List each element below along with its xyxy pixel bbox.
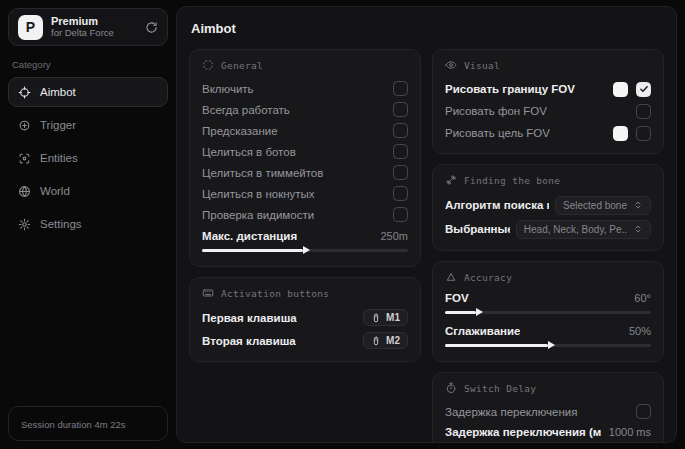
triangle-gauge-icon — [445, 271, 457, 285]
eye-icon — [445, 59, 457, 73]
setting-row-enable: Включить — [202, 78, 408, 99]
color-swatch[interactable] — [613, 82, 628, 97]
app-window: P Premium for Delta Force Category Aimbo… — [0, 0, 685, 449]
slider-value: 50% — [629, 325, 651, 337]
checkbox-target-bots[interactable] — [393, 144, 408, 159]
sidebar-item-settings[interactable]: Settings — [8, 209, 168, 239]
visual-controls — [613, 82, 651, 97]
checkbox-enable[interactable] — [393, 81, 408, 96]
scan-entities-icon — [18, 152, 31, 165]
switch-delay-labels: Задержка переключения (мс) 1000 ms — [445, 424, 651, 439]
panel-general-header: General — [202, 58, 408, 73]
bone-algorithm-select[interactable]: Selected bone — [555, 196, 651, 215]
checkbox-fov-background[interactable] — [636, 104, 651, 119]
setting-label: Целиться в тиммейтов — [202, 167, 323, 179]
app-logo: P — [18, 15, 43, 40]
fov-slider[interactable] — [445, 308, 651, 317]
slider-value: 60° — [634, 292, 651, 304]
setting-label: Предсказание — [202, 125, 278, 137]
setting-label: Задержка переключения — [445, 406, 577, 418]
sidebar-item-label: World — [40, 185, 70, 197]
setting-row-visibility-check: Проверка видимости — [202, 204, 408, 225]
keybind-secondary-button[interactable]: M2 — [363, 332, 408, 349]
panel-accuracy: Accuracy FOV 60° — [432, 261, 664, 362]
right-column: Visual Рисовать границу FOV Рисовать фон… — [432, 49, 664, 432]
smoothing-slider-group: Сглаживание 50% — [445, 323, 651, 350]
checkbox-fov-border[interactable] — [636, 82, 651, 97]
setting-row-prediction: Предсказание — [202, 120, 408, 141]
slider-value: 1000 ms — [609, 426, 651, 438]
sidebar: P Premium for Delta Force Category Aimbo… — [0, 0, 176, 449]
checkbox-always-work[interactable] — [393, 102, 408, 117]
slider-thumb[interactable] — [476, 308, 483, 316]
brand-card: P Premium for Delta Force — [8, 8, 168, 46]
sidebar-item-aimbot[interactable]: Aimbot — [8, 77, 168, 107]
panel-activation-header: Activation buttons — [202, 286, 408, 301]
checkbox-visibility-check[interactable] — [393, 207, 408, 222]
slider-label: Макс. дистанция — [202, 230, 297, 242]
smoothing-slider[interactable] — [445, 341, 651, 350]
setting-label: Алгоритм поиска кост — [445, 199, 549, 211]
keybind-value: M1 — [386, 312, 400, 323]
keybind-value: M2 — [386, 335, 400, 346]
logo-letter: P — [26, 19, 35, 35]
color-swatch[interactable] — [613, 126, 628, 141]
panel-bone-header: Finding the bone — [445, 173, 651, 188]
unfold-icon — [633, 224, 643, 234]
refresh-icon[interactable] — [145, 21, 158, 34]
panel-visual-header: Visual — [445, 58, 651, 73]
bone-row-selected: Выбранные кос Head, Neck, Body, Pe.. — [445, 217, 651, 241]
setting-label: Всегда работать — [202, 104, 290, 116]
mouse-icon — [371, 313, 381, 323]
brand-text: Premium for Delta Force — [51, 15, 114, 39]
max-distance-group: Макс. дистанция 250m — [202, 228, 408, 255]
slider-fill — [202, 249, 303, 252]
globe-icon — [18, 185, 31, 198]
sidebar-item-world[interactable]: World — [8, 176, 168, 206]
sidebar-item-label: Trigger — [40, 119, 76, 131]
max-distance-labels: Макс. дистанция 250m — [202, 228, 408, 243]
slider-thumb[interactable] — [466, 442, 473, 443]
panel-accuracy-header: Accuracy — [445, 270, 651, 285]
select-value: Selected bone — [563, 200, 627, 211]
bone-icon — [445, 174, 457, 188]
fov-slider-group: FOV 60° — [445, 290, 651, 317]
bone-row-algorithm: Алгоритм поиска кост Selected bone — [445, 193, 651, 217]
setting-label: Рисовать фон FOV — [445, 105, 547, 117]
sidebar-item-label: Entities — [40, 152, 78, 164]
slider-label: Сглаживание — [445, 325, 520, 337]
visual-row-fov-background: Рисовать фон FOV — [445, 100, 651, 122]
checkbox-switch-delay[interactable] — [636, 404, 651, 419]
checkbox-fov-target[interactable] — [636, 126, 651, 141]
category-label: Category — [12, 59, 164, 70]
slider-fill — [445, 311, 476, 314]
checkbox-target-knocked[interactable] — [393, 186, 408, 201]
brand-title: Premium — [51, 15, 114, 28]
setting-label: Проверка видимости — [202, 209, 314, 221]
panel-activation-buttons: Activation buttons Первая клавиша M1 Вто… — [189, 277, 421, 362]
sidebar-item-label: Settings — [40, 218, 82, 230]
brand-subtitle: for Delta Force — [51, 28, 114, 39]
sidebar-item-entities[interactable]: Entities — [8, 143, 168, 173]
fov-labels: FOV 60° — [445, 290, 651, 305]
slider-thumb[interactable] — [303, 246, 310, 254]
switch-delay-slider[interactable] — [445, 442, 651, 443]
crosshair-icon — [18, 86, 31, 99]
keybind-primary-button[interactable]: M1 — [363, 309, 408, 326]
checkbox-target-teammates[interactable] — [393, 165, 408, 180]
checkbox-prediction[interactable] — [393, 123, 408, 138]
gear-icon — [18, 218, 31, 231]
slider-value: 250m — [380, 230, 408, 242]
keybind-row-secondary: Вторая клавиша M2 — [202, 329, 408, 352]
slider-thumb[interactable] — [548, 341, 555, 349]
selected-bones-select[interactable]: Head, Neck, Body, Pe.. — [516, 220, 651, 239]
visual-controls — [613, 126, 651, 141]
page-title: Aimbot — [191, 21, 662, 36]
max-distance-slider[interactable] — [202, 246, 408, 255]
sidebar-item-trigger[interactable]: Trigger — [8, 110, 168, 140]
panel-switch-delay-header: Switch Delay — [445, 381, 651, 396]
switch-delay-toggle-row: Задержка переключения — [445, 401, 651, 422]
setting-label: Целиться в ботов — [202, 146, 296, 158]
keybind-label: Вторая клавиша — [202, 335, 296, 347]
setting-label: Рисовать границу FOV — [445, 83, 575, 95]
